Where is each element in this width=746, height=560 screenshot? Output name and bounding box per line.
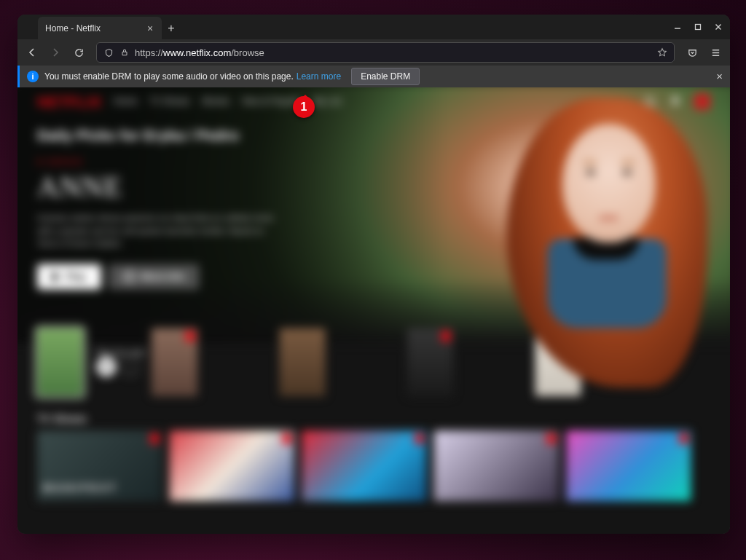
netflix-badge-icon	[283, 433, 291, 443]
thumbnail-card[interactable]	[37, 328, 83, 396]
hero-banner: NETFLIX Home TV Shows Movies New & Popul…	[17, 87, 730, 343]
profile-avatar[interactable]	[694, 93, 710, 109]
thumbnail-card[interactable]	[170, 430, 294, 501]
save-to-pocket-icon[interactable]	[682, 42, 702, 63]
tab-title: Home - Netflix	[45, 23, 144, 33]
search-icon[interactable]	[643, 95, 656, 108]
card-title-overlay: MANIFEST	[43, 481, 118, 494]
thumbnail-card[interactable]	[152, 328, 197, 396]
info-icon: i	[27, 71, 39, 82]
tab-active[interactable]: Home - Netflix ×	[38, 17, 162, 39]
netflix-badge-icon	[415, 433, 423, 443]
app-menu-icon[interactable]	[705, 42, 726, 63]
drm-notification-text: You must enable DRM to play some audio o…	[44, 71, 294, 82]
page-content: NETFLIX Home TV Shows Movies New & Popul…	[17, 87, 730, 534]
netflix-badge-icon	[441, 331, 450, 342]
more-info-button[interactable]: iMore Info	[109, 264, 200, 290]
lock-icon[interactable]	[119, 47, 130, 58]
play-icon	[52, 272, 60, 282]
bell-icon[interactable]	[669, 95, 682, 108]
learn-more-link[interactable]: Learn more	[297, 71, 341, 82]
netflix-badge-icon	[679, 433, 688, 443]
info-icon: i	[123, 271, 135, 283]
url-text: https://www.netflix.com/browse	[135, 47, 652, 58]
hero-title-logo: ANNE	[37, 169, 417, 204]
browser-window: Home - Netflix × + https://www.netflix.c…	[17, 15, 730, 534]
nav-my-list[interactable]: My List	[313, 96, 342, 106]
cw-label: Play from start	[97, 349, 145, 357]
back-button[interactable]	[22, 42, 42, 63]
forward-button	[45, 42, 66, 63]
svg-rect-4	[122, 52, 127, 55]
thumbnail-card[interactable]	[434, 430, 559, 501]
thumbnail-card[interactable]	[302, 430, 426, 501]
svg-line-9	[652, 103, 655, 106]
play-icon	[104, 363, 110, 370]
cw-info-button[interactable]: i	[120, 357, 140, 376]
row-title: TV Shows	[37, 413, 710, 425]
hero-text: Daily Picks for Eryka / Pedro N SERIES A…	[37, 127, 417, 289]
url-host: www.netflix.com	[163, 47, 231, 58]
url-bar[interactable]: https://www.netflix.com/browse	[96, 42, 675, 63]
row-tv-shows: TV Shows MANIFEST	[37, 413, 710, 501]
netflix-top-nav: NETFLIX Home TV Shows Movies New & Popul…	[37, 90, 710, 113]
thumbnail-card[interactable]	[280, 328, 326, 396]
svg-rect-1	[696, 25, 701, 30]
hero-description: A plucky orphan whose passions run deep …	[37, 211, 283, 251]
notification-close-icon[interactable]: ×	[716, 70, 723, 82]
continue-watching-controls: Play from start i	[97, 328, 145, 396]
netflix-badge-icon	[186, 331, 195, 342]
annotation-marker-1: 1	[293, 96, 315, 118]
tab-close-icon[interactable]: ×	[144, 23, 156, 34]
thumbnail-card[interactable]: MANIFEST	[37, 430, 162, 501]
window-maximize-button[interactable]	[688, 15, 708, 39]
svg-point-8	[645, 97, 653, 104]
url-scheme: https://	[135, 47, 163, 58]
titlebar: Home - Netflix × +	[17, 15, 730, 39]
thumbnail-card[interactable]	[407, 328, 453, 396]
new-tab-button[interactable]: +	[162, 17, 181, 39]
hero-artwork-body	[548, 239, 667, 328]
thumbnail-card[interactable]	[566, 430, 691, 501]
cw-play-button[interactable]	[97, 357, 117, 376]
hero-tag: N SERIES	[37, 158, 417, 166]
hero-subtitle: Daily Picks for Eryka / Pedro	[37, 127, 417, 144]
window-close-button[interactable]	[708, 15, 729, 39]
url-path: /browse	[231, 47, 264, 58]
reload-button[interactable]	[68, 42, 89, 63]
nav-tv-shows[interactable]: TV Shows	[149, 96, 190, 106]
nav-home[interactable]: Home	[114, 96, 138, 106]
window-minimize-button[interactable]	[667, 15, 688, 39]
netflix-badge-icon	[547, 433, 556, 443]
drm-notification-bar: i You must enable DRM to play some audio…	[17, 66, 730, 87]
netflix-badge-icon	[150, 433, 159, 443]
nav-movies[interactable]: Movies	[202, 96, 230, 106]
toolbar: https://www.netflix.com/browse	[17, 39, 730, 66]
netflix-logo[interactable]: NETFLIX	[37, 93, 102, 110]
play-button[interactable]: Play	[37, 264, 101, 290]
shield-icon[interactable]	[103, 47, 114, 58]
hero-artwork-face	[562, 124, 656, 242]
enable-drm-button[interactable]: Enable DRM	[351, 68, 420, 85]
bookmark-star-icon[interactable]	[656, 47, 668, 58]
window-controls	[667, 15, 729, 39]
